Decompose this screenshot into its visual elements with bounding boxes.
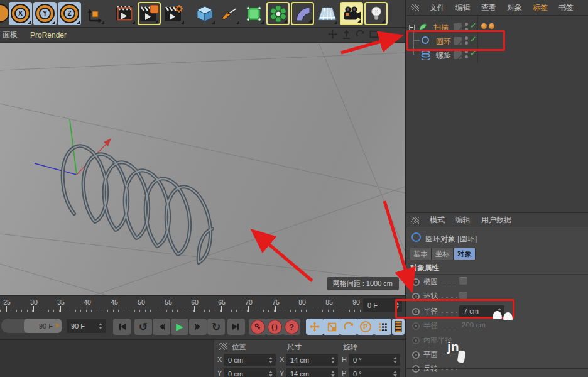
rotation-p-field[interactable]: 0 °: [349, 368, 400, 377]
maximize-view-icon[interactable]: [369, 30, 379, 39]
render-picture-viewer-button[interactable]: [138, 2, 161, 25]
previous-frame-button[interactable]: [153, 319, 170, 335]
tag-icon[interactable]: [489, 23, 494, 29]
drag-handle-icon[interactable]: [219, 343, 227, 350]
object-name[interactable]: 圆环: [436, 36, 451, 47]
record-keyframe-button[interactable]: [249, 319, 266, 335]
tab-object[interactable]: 对象: [454, 248, 476, 260]
spline-pen-button[interactable]: [217, 2, 241, 25]
preview-range-slider[interactable]: 90 F: [1, 319, 62, 333]
ellipse-checkbox[interactable]: [459, 277, 467, 285]
goto-end-button[interactable]: [227, 319, 245, 335]
coordinate-system-icon: [85, 4, 104, 23]
floor-grid-icon: [318, 6, 337, 22]
lock-x-axis-button[interactable]: X: [9, 2, 32, 25]
play-button[interactable]: ▶: [171, 319, 188, 335]
tab-basic[interactable]: 基本: [410, 248, 432, 260]
visibility-dots-icon[interactable]: [465, 36, 468, 45]
tick: 70: [245, 298, 253, 306]
object-row-sweep[interactable]: 扫描 ✓: [406, 20, 588, 34]
record-parameter-toggle[interactable]: P: [357, 319, 374, 335]
am-menu-edit[interactable]: 编辑: [455, 215, 471, 226]
layer-toggle-icon[interactable]: [454, 23, 462, 31]
zoom-view-icon[interactable]: [342, 30, 351, 39]
attr-row-radius-disabled: 半径 200 cm: [406, 319, 588, 334]
coordinate-system-button[interactable]: [82, 2, 106, 25]
position-x-field[interactable]: 0 cm: [224, 354, 276, 366]
light-button[interactable]: [364, 2, 388, 25]
lock-y-axis-button[interactable]: Y: [33, 2, 57, 25]
stepper-icon[interactable]: [99, 323, 103, 329]
drag-handle-icon[interactable]: [411, 4, 419, 11]
record-scale-toggle[interactable]: [323, 319, 340, 335]
object-name[interactable]: 扫描: [433, 23, 449, 33]
rotation-h-field[interactable]: 0 °: [349, 354, 400, 366]
goto-start-button[interactable]: [113, 319, 131, 335]
om-menu-edit[interactable]: 编辑: [455, 3, 471, 13]
add-primitive-button[interactable]: [193, 2, 216, 25]
record-dot-icon[interactable]: [412, 293, 420, 300]
floor-button[interactable]: [315, 2, 339, 25]
timeline-mode-button[interactable]: [392, 319, 405, 335]
next-frame-button[interactable]: [189, 319, 207, 335]
array-generator-button[interactable]: [266, 2, 290, 25]
record-dot-icon[interactable]: [412, 351, 420, 359]
record-dot-icon: [412, 322, 420, 330]
am-menu-mode[interactable]: 模式: [430, 215, 445, 226]
keyframe-options-button[interactable]: ?: [283, 319, 300, 335]
rotate-icon: [344, 322, 354, 332]
lock-z-axis-button[interactable]: Z: [58, 2, 81, 25]
rotation-header: 旋转: [343, 342, 357, 352]
menu-panel[interactable]: 面板: [3, 30, 18, 40]
record-position-toggle[interactable]: [306, 319, 324, 335]
am-menu-userdata[interactable]: 用户数据: [481, 215, 511, 226]
record-dot-icon[interactable]: [412, 308, 420, 315]
visibility-dots-icon[interactable]: [465, 23, 468, 31]
om-menu-view[interactable]: 查看: [481, 3, 496, 13]
record-pla-toggle[interactable]: [374, 319, 391, 335]
render-settings-button[interactable]: [162, 2, 185, 25]
layer-toggle-icon[interactable]: [454, 37, 462, 45]
next-key-button[interactable]: ↻: [207, 319, 225, 335]
pan-view-icon[interactable]: [328, 30, 337, 39]
camera-button[interactable]: [340, 2, 363, 25]
size-header: 尺寸: [287, 342, 302, 352]
layer-toggle-icon[interactable]: [454, 51, 462, 59]
record-rotation-toggle[interactable]: [340, 319, 357, 335]
record-dot-icon[interactable]: [412, 278, 420, 286]
om-menu-tags[interactable]: 标签: [533, 3, 548, 13]
om-menu-file[interactable]: 文件: [430, 3, 445, 13]
3d-viewport[interactable]: 网格间距 : 1000 cm: [0, 43, 405, 295]
deformer-button[interactable]: [291, 2, 314, 25]
tab-coordinates[interactable]: 坐标: [432, 248, 454, 260]
object-row-helix[interactable]: 螺旋 ✓: [406, 48, 588, 62]
subdivision-surface-button[interactable]: [242, 2, 265, 25]
range-end-handle[interactable]: 90 F: [24, 319, 62, 333]
rotate-view-icon[interactable]: [356, 30, 365, 39]
autokey-button[interactable]: ( ): [266, 319, 283, 335]
current-frame-field[interactable]: 0 F: [363, 298, 402, 312]
position-y-field[interactable]: 0 cm: [224, 368, 276, 377]
stepper-icon[interactable]: [395, 302, 400, 309]
visibility-dots-icon[interactable]: [465, 50, 468, 59]
tag-icon[interactable]: [481, 23, 487, 29]
size-y-field[interactable]: 14 cm: [286, 368, 338, 377]
size-x-field[interactable]: 14 cm: [286, 354, 338, 366]
om-menu-object[interactable]: 对象: [507, 3, 522, 13]
menu-prorender[interactable]: ProRender: [30, 31, 67, 40]
expand-icon[interactable]: [409, 25, 415, 30]
previous-key-button[interactable]: ↺: [134, 319, 152, 335]
end-time-field[interactable]: 90 F: [67, 319, 106, 333]
object-name[interactable]: 螺旋: [436, 50, 451, 61]
enabled-check-icon[interactable]: ✓: [470, 35, 477, 44]
clipped-toolbar-icon: [0, 4, 9, 23]
om-menu-bookmarks[interactable]: 书签: [558, 3, 574, 13]
attr-row-inner-radius: 内部半径: [406, 334, 588, 348]
ring-checkbox[interactable]: [459, 292, 467, 300]
drag-handle-icon[interactable]: [411, 217, 419, 224]
enabled-check-icon[interactable]: ✓: [470, 48, 477, 58]
render-view-button[interactable]: [113, 2, 136, 25]
enabled-check-icon[interactable]: ✓: [470, 21, 477, 30]
watermark-text: jn: [447, 339, 459, 354]
object-row-circle[interactable]: 圆环 ✓: [406, 34, 588, 48]
